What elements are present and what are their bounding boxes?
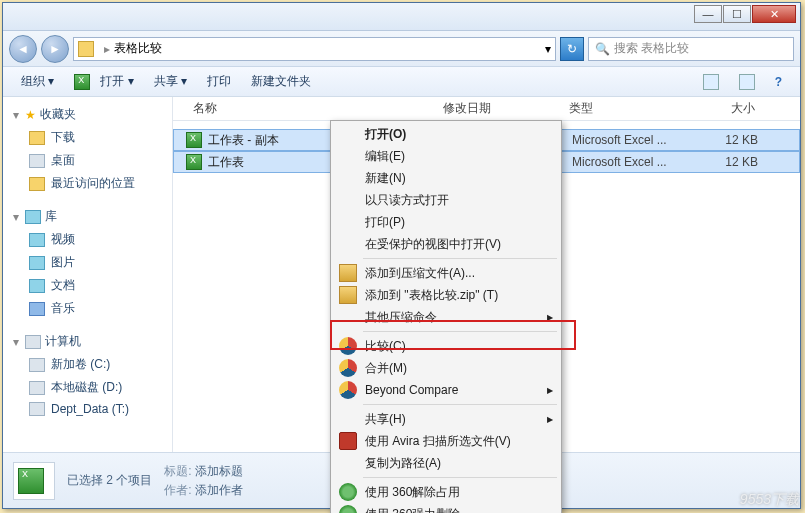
ctx-avira-scan[interactable]: 使用 Avira 扫描所选文件(V) <box>333 430 559 452</box>
window-controls: — ☐ ✕ <box>693 5 796 23</box>
print-button[interactable]: 打印 <box>199 70 239 93</box>
organize-button[interactable]: 组织 ▾ <box>13 70 62 93</box>
avira-icon <box>339 432 357 450</box>
maximize-button[interactable]: ☐ <box>723 5 751 23</box>
breadcrumb-folder[interactable]: 表格比较 <box>114 40 162 57</box>
author-value[interactable]: 添加作者 <box>195 483 243 497</box>
ctx-edit[interactable]: 编辑(E) <box>333 145 559 167</box>
chevron-right-icon: ▶ <box>547 386 553 395</box>
column-name[interactable]: 名称 <box>193 100 443 117</box>
file-size: 12 KB <box>698 133 778 147</box>
beyond-compare-icon <box>339 359 357 377</box>
chevron-right-icon: ▶ <box>547 415 553 424</box>
computer-icon <box>25 335 41 349</box>
beyond-compare-icon <box>339 337 357 355</box>
sidebar-item-pictures[interactable]: 图片 <box>7 251 168 274</box>
star-icon: ★ <box>25 108 36 122</box>
folder-icon <box>78 41 94 57</box>
drive-icon <box>29 358 45 372</box>
sidebar-favorites[interactable]: ▾★收藏夹 <box>7 103 168 126</box>
address-bar[interactable]: ▸ 表格比较 ▾ <box>73 37 556 61</box>
close-button[interactable]: ✕ <box>752 5 796 23</box>
author-label: 作者: <box>164 483 191 497</box>
ctx-beyond-compare[interactable]: Beyond Compare▶ <box>333 379 559 401</box>
sidebar-item-videos[interactable]: 视频 <box>7 228 168 251</box>
column-headers: 名称 修改日期 类型 大小 <box>173 97 800 121</box>
sidebar-item-drive-c[interactable]: 新加卷 (C:) <box>7 353 168 376</box>
new-folder-button[interactable]: 新建文件夹 <box>243 70 319 93</box>
ctx-compare[interactable]: 比较(C) <box>333 335 559 357</box>
ctx-copy-path[interactable]: 复制为路径(A) <box>333 452 559 474</box>
ctx-360-force-delete[interactable]: 使用 360强力删除 <box>333 503 559 513</box>
ctx-other-compress[interactable]: 其他压缩命令▶ <box>333 306 559 328</box>
excel-file-icon <box>186 154 202 170</box>
zip-icon <box>339 286 357 304</box>
ctx-open-readonly[interactable]: 以只读方式打开 <box>333 189 559 211</box>
ctx-add-named-zip[interactable]: 添加到 "表格比较.zip" (T) <box>333 284 559 306</box>
toolbar: 组织 ▾ 打开 ▾ 共享 ▾ 打印 新建文件夹 ? <box>3 67 800 97</box>
360-icon <box>339 483 357 501</box>
sidebar-item-desktop[interactable]: 桌面 <box>7 149 168 172</box>
share-button[interactable]: 共享 ▾ <box>146 70 195 93</box>
column-modified[interactable]: 修改日期 <box>443 100 569 117</box>
sidebar-item-music[interactable]: 音乐 <box>7 297 168 320</box>
zip-icon <box>339 264 357 282</box>
sidebar-computer[interactable]: ▾计算机 <box>7 330 168 353</box>
breadcrumb-sep-icon: ▸ <box>104 42 110 56</box>
view-options-button[interactable] <box>695 71 727 93</box>
forward-button[interactable]: ► <box>41 35 69 63</box>
help-button[interactable]: ? <box>767 72 790 92</box>
sidebar-item-documents[interactable]: 文档 <box>7 274 168 297</box>
search-placeholder: 搜索 表格比较 <box>614 40 689 57</box>
preview-pane-button[interactable] <box>731 71 763 93</box>
sidebar-libraries[interactable]: ▾库 <box>7 205 168 228</box>
watermark: 9553下载 <box>740 491 799 509</box>
title-value[interactable]: 添加标题 <box>195 464 243 478</box>
search-icon: 🔍 <box>595 42 610 56</box>
selection-info: 已选择 2 个项目 <box>67 472 152 489</box>
search-input[interactable]: 🔍 搜索 表格比较 <box>588 37 794 61</box>
ctx-protected-view[interactable]: 在受保护的视图中打开(V) <box>333 233 559 255</box>
beyond-compare-icon <box>339 381 357 399</box>
open-button[interactable]: 打开 ▾ <box>66 70 141 93</box>
document-icon <box>29 279 45 293</box>
title-label: 标题: <box>164 464 191 478</box>
refresh-button[interactable]: ↻ <box>560 37 584 61</box>
view-icon <box>703 74 719 90</box>
folder-icon <box>29 131 45 145</box>
ctx-print[interactable]: 打印(P) <box>333 211 559 233</box>
ctx-360-unlock[interactable]: 使用 360解除占用 <box>333 481 559 503</box>
sidebar-item-drive-d[interactable]: 本地磁盘 (D:) <box>7 376 168 399</box>
sidebar-item-downloads[interactable]: 下载 <box>7 126 168 149</box>
file-size: 12 KB <box>698 155 778 169</box>
navigation-bar: ◄ ► ▸ 表格比较 ▾ ↻ 🔍 搜索 表格比较 <box>3 31 800 67</box>
titlebar: — ☐ ✕ <box>3 3 800 31</box>
ctx-new[interactable]: 新建(N) <box>333 167 559 189</box>
ctx-merge[interactable]: 合并(M) <box>333 357 559 379</box>
breadcrumb-dropdown-icon[interactable]: ▾ <box>545 42 551 56</box>
sidebar-item-recent[interactable]: 最近访问的位置 <box>7 172 168 195</box>
recent-icon <box>29 177 45 191</box>
desktop-icon <box>29 154 45 168</box>
back-button[interactable]: ◄ <box>9 35 37 63</box>
column-size[interactable]: 大小 <box>695 100 775 117</box>
music-icon <box>29 302 45 316</box>
details-icon <box>13 462 55 500</box>
context-menu: 打开(O) 编辑(E) 新建(N) 以只读方式打开 打印(P) 在受保护的视图中… <box>330 120 562 513</box>
minimize-button[interactable]: — <box>694 5 722 23</box>
excel-icon <box>18 468 44 494</box>
file-type: Microsoft Excel ... <box>572 133 698 147</box>
ctx-add-archive[interactable]: 添加到压缩文件(A)... <box>333 262 559 284</box>
file-type: Microsoft Excel ... <box>572 155 698 169</box>
drive-icon <box>29 402 45 416</box>
video-icon <box>29 233 45 247</box>
sidebar-item-drive-t[interactable]: Dept_Data (T:) <box>7 399 168 419</box>
360-icon <box>339 505 357 513</box>
drive-icon <box>29 381 45 395</box>
ctx-share[interactable]: 共享(H)▶ <box>333 408 559 430</box>
ctx-open[interactable]: 打开(O) <box>333 123 559 145</box>
column-type[interactable]: 类型 <box>569 100 695 117</box>
picture-icon <box>29 256 45 270</box>
excel-file-icon <box>186 132 202 148</box>
preview-icon <box>739 74 755 90</box>
